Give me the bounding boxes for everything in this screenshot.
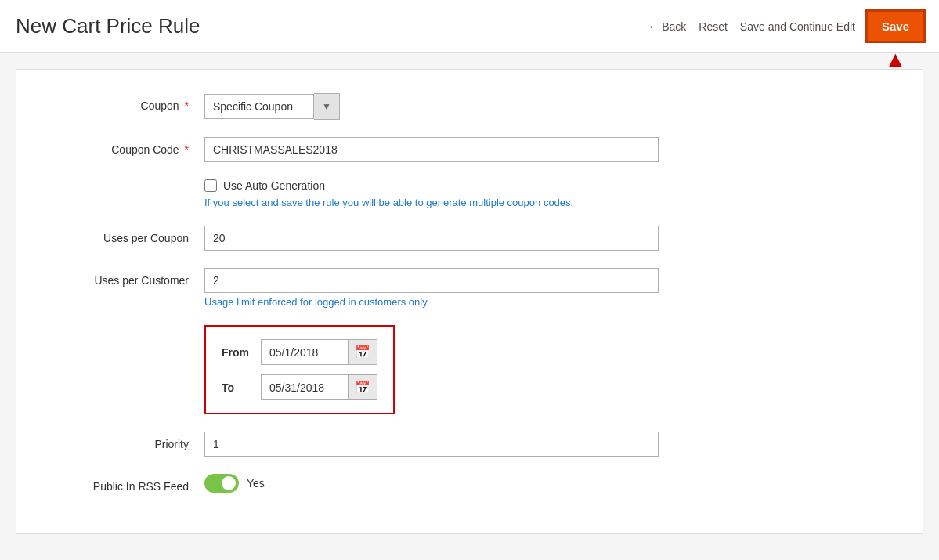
to-date-row: To 📅 — [222, 374, 377, 400]
coupon-code-input[interactable] — [204, 137, 659, 162]
uses-per-customer-input[interactable] — [204, 268, 659, 293]
to-date-input[interactable] — [262, 376, 348, 399]
coupon-row: Coupon * Specific Coupon ▼ — [48, 93, 891, 120]
calendar-icon-to: 📅 — [355, 381, 370, 394]
toggle-slider — [204, 474, 239, 493]
uses-per-customer-label: Uses per Customer — [48, 268, 204, 287]
coupon-code-row: Coupon Code * — [48, 137, 891, 162]
uses-hint: Usage limit enforced for logged in custo… — [204, 296, 659, 308]
rss-row: Public In RSS Feed Yes — [48, 474, 891, 493]
priority-label: Priority — [48, 432, 204, 450]
coupon-select[interactable]: Specific Coupon — [204, 94, 314, 119]
to-calendar-button[interactable]: 📅 — [348, 375, 377, 399]
arrow-left-icon: ← — [648, 20, 659, 33]
auto-generation-control: Use Auto Generation If you select and sa… — [204, 179, 659, 208]
header-actions: ← Back Reset Save and Continue Edit Save… — [648, 12, 923, 41]
to-label: To — [222, 381, 261, 394]
coupon-select-wrapper: Specific Coupon ▼ — [204, 93, 659, 120]
auto-generation-hint: If you select and save the rule you will… — [204, 197, 659, 208]
from-date-input-wrapper: 📅 — [261, 339, 377, 365]
rss-control: Yes — [204, 474, 659, 493]
page-title: New Cart Price Rule — [16, 14, 200, 38]
save-button-wrapper: Save ▲ — [868, 12, 923, 41]
auto-generation-checkbox-row: Use Auto Generation — [204, 179, 659, 192]
auto-generation-spacer — [48, 179, 204, 186]
coupon-dropdown-arrow[interactable]: ▼ — [314, 93, 340, 120]
save-continue-button[interactable]: Save and Continue Edit — [740, 20, 855, 33]
coupon-code-label: Coupon Code * — [48, 137, 204, 156]
uses-per-coupon-input[interactable] — [204, 226, 659, 251]
auto-generation-row: Use Auto Generation If you select and sa… — [48, 179, 891, 208]
coupon-label: Coupon * — [48, 93, 204, 112]
from-calendar-button[interactable]: 📅 — [348, 340, 377, 364]
page-header: New Cart Price Rule ← Back Reset Save an… — [0, 0, 939, 53]
auto-generation-checkbox[interactable] — [204, 179, 217, 192]
uses-per-customer-control: Usage limit enforced for logged in custo… — [204, 268, 659, 308]
save-button[interactable]: Save — [868, 12, 923, 41]
back-button[interactable]: ← Back — [648, 20, 686, 33]
page-content: Coupon * Specific Coupon ▼ Coupon Code *… — [16, 69, 923, 534]
uses-per-coupon-label: Uses per Coupon — [48, 226, 204, 244]
to-date-input-wrapper: 📅 — [261, 374, 377, 400]
priority-input[interactable] — [204, 432, 659, 457]
from-date-row: From 📅 — [222, 339, 377, 365]
coupon-code-control — [204, 137, 659, 162]
rss-value-text: Yes — [247, 477, 265, 490]
uses-per-customer-row: Uses per Customer Usage limit enforced f… — [48, 268, 891, 308]
uses-per-coupon-control — [204, 226, 659, 251]
auto-generation-label[interactable]: Use Auto Generation — [223, 179, 325, 192]
from-date-input[interactable] — [262, 341, 348, 364]
priority-control — [204, 432, 659, 457]
date-group: From 📅 To 📅 — [204, 325, 395, 414]
uses-per-coupon-row: Uses per Coupon — [48, 226, 891, 251]
priority-row: Priority — [48, 432, 891, 457]
required-star: * — [185, 99, 189, 112]
rss-toggle[interactable] — [204, 474, 239, 493]
arrow-indicator: ▲ — [885, 49, 907, 70]
required-star-code: * — [185, 143, 189, 156]
reset-button[interactable]: Reset — [699, 20, 728, 33]
calendar-icon: 📅 — [355, 345, 370, 359]
rss-label: Public In RSS Feed — [48, 474, 204, 493]
from-label: From — [222, 346, 261, 359]
